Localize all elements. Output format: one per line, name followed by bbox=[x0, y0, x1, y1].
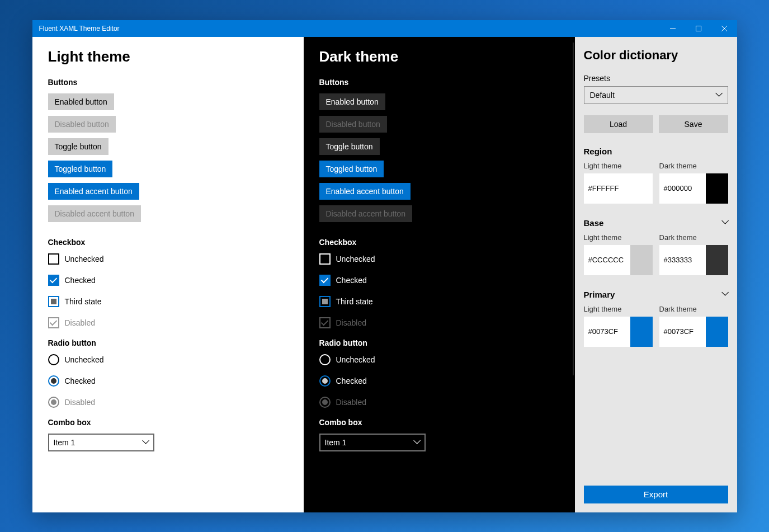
window-title: Fluent XAML Theme Editor bbox=[39, 25, 120, 32]
radio-disabled bbox=[319, 397, 331, 408]
maximize-button[interactable] bbox=[686, 20, 711, 37]
radio-disabled bbox=[48, 397, 59, 408]
radio-unchecked[interactable] bbox=[48, 354, 59, 365]
chevron-down-icon[interactable] bbox=[721, 219, 728, 226]
checkbox-disabled bbox=[48, 317, 59, 328]
checkbox-checked[interactable] bbox=[319, 275, 331, 286]
checkbox-third[interactable] bbox=[48, 296, 59, 307]
primary-dark-hex: #0073CF bbox=[659, 327, 706, 336]
checkbox-unchecked[interactable] bbox=[319, 253, 331, 265]
radio-checked[interactable] bbox=[319, 375, 331, 387]
section-label-buttons: Buttons bbox=[48, 78, 288, 87]
checkbox-checked[interactable] bbox=[48, 275, 59, 286]
checkbox-label: Unchecked bbox=[65, 255, 104, 263]
color-chip bbox=[630, 317, 653, 347]
color-chip bbox=[630, 173, 653, 204]
region-light-label: Light theme bbox=[584, 162, 653, 170]
section-label-radio: Radio button bbox=[48, 338, 288, 347]
radio-checked[interactable] bbox=[48, 375, 59, 387]
svg-rect-1 bbox=[696, 26, 701, 31]
checkbox-label: Disabled bbox=[65, 318, 95, 327]
checkbox-label: Checked bbox=[65, 276, 96, 285]
dark-pane-title: Dark theme bbox=[319, 48, 559, 65]
radio-unchecked[interactable] bbox=[319, 354, 331, 365]
chevron-down-icon[interactable] bbox=[721, 291, 728, 298]
region-dark-label: Dark theme bbox=[659, 162, 728, 170]
checkbox-third[interactable] bbox=[319, 296, 331, 307]
base-group-title: Base bbox=[584, 218, 604, 228]
presets-label: Presets bbox=[584, 74, 728, 83]
enabled-accent-button[interactable]: Enabled accent button bbox=[319, 183, 411, 200]
region-dark-hex: #000000 bbox=[659, 184, 706, 192]
export-button[interactable]: Export bbox=[584, 486, 728, 503]
region-light-swatch[interactable]: #FFFFFF bbox=[584, 173, 653, 204]
region-light-hex: #FFFFFF bbox=[584, 184, 630, 192]
region-group-title: Region bbox=[584, 147, 612, 156]
save-button[interactable]: Save bbox=[659, 115, 728, 133]
combo-value: Item 1 bbox=[325, 438, 347, 447]
checkbox-label: Third state bbox=[336, 297, 373, 306]
chevron-down-icon bbox=[715, 92, 722, 98]
combo-box[interactable]: Item 1 bbox=[48, 434, 154, 451]
preset-select[interactable]: Default bbox=[584, 86, 728, 104]
minimize-button[interactable] bbox=[660, 20, 686, 37]
base-light-label: Light theme bbox=[584, 233, 653, 242]
primary-dark-swatch[interactable]: #0073CF bbox=[659, 317, 728, 347]
toggled-button[interactable]: Toggled button bbox=[48, 161, 113, 177]
section-label-checkbox: Checkbox bbox=[48, 238, 288, 247]
toggled-button[interactable]: Toggled button bbox=[319, 161, 384, 177]
load-button[interactable]: Load bbox=[584, 115, 653, 133]
section-label-checkbox: Checkbox bbox=[319, 238, 559, 247]
combo-box[interactable]: Item 1 bbox=[319, 434, 426, 451]
radio-label: Unchecked bbox=[65, 355, 104, 364]
color-dictionary-panel: Color dictionary Presets Default Load Sa… bbox=[575, 37, 737, 512]
disabled-accent-button: Disabled accent button bbox=[319, 205, 412, 222]
dark-theme-pane: Dark theme Buttons Enabled button Disabl… bbox=[304, 37, 575, 512]
app-window: Fluent XAML Theme Editor Light theme But… bbox=[32, 20, 737, 512]
radio-label: Checked bbox=[65, 376, 96, 385]
primary-light-swatch[interactable]: #0073CF bbox=[584, 317, 653, 347]
primary-dark-label: Dark theme bbox=[659, 305, 728, 313]
checkbox-label: Checked bbox=[336, 276, 367, 285]
primary-light-label: Light theme bbox=[584, 305, 653, 313]
toggle-button[interactable]: Toggle button bbox=[48, 138, 108, 155]
enabled-accent-button[interactable]: Enabled accent button bbox=[48, 183, 139, 200]
close-button[interactable] bbox=[711, 20, 737, 37]
base-dark-hex: #333333 bbox=[659, 256, 706, 264]
combo-value: Item 1 bbox=[54, 438, 76, 447]
disabled-button: Disabled button bbox=[48, 116, 116, 133]
preset-value: Default bbox=[590, 91, 615, 100]
radio-label: Unchecked bbox=[336, 355, 375, 364]
region-dark-swatch[interactable]: #000000 bbox=[659, 173, 728, 204]
checkbox-unchecked[interactable] bbox=[48, 253, 59, 265]
disabled-accent-button: Disabled accent button bbox=[48, 205, 141, 222]
section-label-combo: Combo box bbox=[319, 418, 559, 427]
base-light-swatch[interactable]: #CCCCCC bbox=[584, 245, 653, 275]
section-label-buttons: Buttons bbox=[319, 78, 559, 87]
primary-group-title: Primary bbox=[584, 290, 615, 299]
titlebar[interactable]: Fluent XAML Theme Editor bbox=[32, 20, 737, 37]
enabled-button[interactable]: Enabled button bbox=[48, 93, 114, 110]
scrollbar[interactable] bbox=[573, 43, 574, 375]
chevron-down-icon bbox=[142, 439, 149, 446]
toggle-button[interactable]: Toggle button bbox=[319, 138, 380, 155]
light-pane-title: Light theme bbox=[48, 48, 288, 65]
section-label-radio: Radio button bbox=[319, 338, 559, 347]
color-chip bbox=[706, 245, 728, 275]
side-title: Color dictionary bbox=[584, 48, 728, 63]
checkbox-label: Third state bbox=[65, 297, 102, 306]
color-chip bbox=[706, 317, 728, 347]
checkbox-label: Unchecked bbox=[336, 255, 375, 263]
enabled-button[interactable]: Enabled button bbox=[319, 93, 385, 110]
checkbox-disabled bbox=[319, 317, 331, 328]
color-chip bbox=[630, 245, 653, 275]
base-dark-swatch[interactable]: #333333 bbox=[659, 245, 728, 275]
base-light-hex: #CCCCCC bbox=[584, 256, 630, 264]
primary-light-hex: #0073CF bbox=[584, 327, 630, 336]
radio-label: Disabled bbox=[336, 398, 366, 407]
radio-label: Disabled bbox=[65, 398, 95, 407]
light-theme-pane: Light theme Buttons Enabled button Disab… bbox=[32, 37, 304, 512]
radio-label: Checked bbox=[336, 376, 367, 385]
base-dark-label: Dark theme bbox=[659, 233, 728, 242]
checkbox-label: Disabled bbox=[336, 318, 366, 327]
